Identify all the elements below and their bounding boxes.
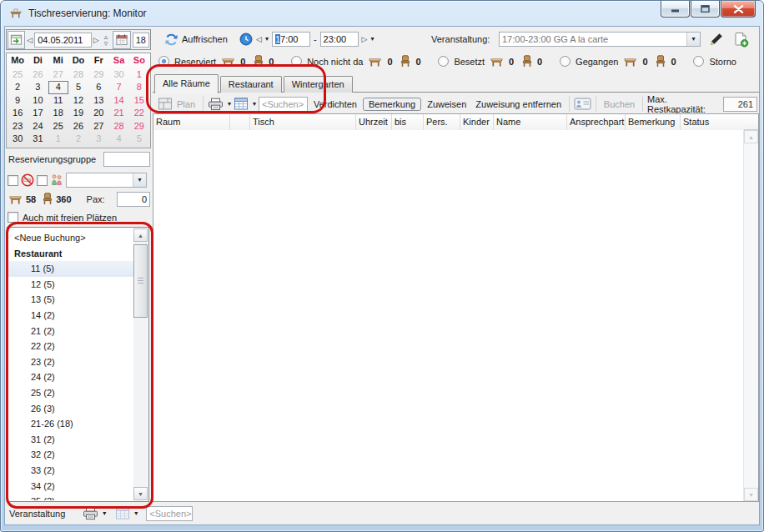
room-list-item-11-5[interactable]: 11 (5) [8,261,133,277]
room-list-item-restaurant[interactable]: Restaurant [8,246,133,262]
bottom-search-input[interactable]: <Suchen> [146,506,193,521]
goto-date-button[interactable] [8,31,25,49]
zuweisen-button[interactable]: Zuweisen [424,99,470,109]
scroll-up-button[interactable]: ▲ [133,228,148,242]
room-list-item-21-2[interactable]: 21 (2) [8,324,133,339]
room-list-item-12-5[interactable]: 12 (5) [8,277,133,293]
calendar-day[interactable]: 24 [28,120,48,133]
calendar-day[interactable]: 26 [68,120,88,133]
room-list-item-neue-buchung[interactable]: <Neue Buchung> [8,230,133,246]
pax-input[interactable]: 0 [117,192,150,207]
minimize-button[interactable] [661,1,690,18]
group-combobox[interactable]: ▾ [66,173,147,188]
print-button[interactable]: ▾ [208,98,231,111]
radio-besetzt[interactable] [438,56,449,67]
calendar-day[interactable]: 30 [8,133,28,146]
table-scrollbar[interactable]: ▲ ▼ [743,130,758,501]
scroll-down-button[interactable]: ▼ [133,487,148,500]
free-seats-checkbox[interactable] [8,212,18,223]
tab-alle-räume[interactable]: Alle Räume [154,74,219,93]
column-header-bemerkung[interactable]: Bemerkung [626,114,681,130]
calendar-day[interactable]: 30 [108,68,128,82]
calendar-day[interactable]: 29 [88,68,108,82]
room-list-item-13-5[interactable]: 13 (5) [8,292,133,308]
calendar-day[interactable]: 11 [48,94,68,108]
new-event-button[interactable] [733,29,749,49]
column-header-name[interactable]: Name [494,114,567,130]
room-list-item-24-2[interactable]: 24 (2) [8,369,133,385]
calendar-day[interactable]: 29 [129,120,149,133]
room-list-item-35-2[interactable]: 35 (2) [8,494,133,500]
zuweisung-entfernen-button[interactable]: Zuweisung entfernen [472,99,565,109]
room-list-item-14-2[interactable]: 14 (2) [8,308,133,324]
calendar-day[interactable]: 7 [108,81,128,94]
search-input[interactable]: <Suchen> [259,97,308,112]
column-header-uhrzeit[interactable]: Uhrzeit [356,114,392,130]
room-list-item-22-2[interactable]: 22 (2) [8,339,133,354]
calendar-day[interactable]: 18 [48,107,68,120]
calendar-day[interactable]: 5 [129,133,149,146]
radio-reserviert[interactable] [158,56,169,67]
calendar-day[interactable]: 28 [108,120,128,133]
room-list-item-34-2[interactable]: 34 (2) [8,479,133,494]
calendar-day[interactable]: 2 [68,133,88,146]
column-header-kinder[interactable]: Kinder [460,114,494,130]
date-input[interactable]: 04.05.2011 [34,33,92,48]
table-body[interactable] [153,130,744,501]
time-next-arrow[interactable]: ▷ [362,35,368,43]
date-spinner[interactable]: ▵ ▿ [101,33,112,47]
print-event-button[interactable] [83,507,98,520]
calendar-day[interactable]: 2 [8,81,28,94]
no-smoking-checkbox[interactable] [8,175,18,186]
time-to-input[interactable]: 23:00 [320,32,359,47]
calendar-day[interactable]: 3 [88,133,108,146]
column-header-tisch[interactable]: Tisch [250,114,356,130]
contact-button[interactable] [574,98,591,110]
calendar-day[interactable]: 23 [8,120,28,133]
close-button[interactable] [721,1,756,18]
room-list-scrollbar[interactable]: ▲ ▼ [133,228,148,500]
verdichten-button[interactable]: Verdichten [310,99,360,109]
children-checkbox[interactable] [37,175,48,186]
calendar-day[interactable]: 1 [129,68,149,82]
calendar-day[interactable]: 21 [108,107,128,120]
calendar-day[interactable]: 20 [88,107,108,120]
date-next-arrow[interactable]: ▷ [93,36,99,44]
time-from-input[interactable]: 17:00 [272,32,310,47]
calendar-day[interactable]: 25 [48,120,68,133]
calendar-day[interactable]: 19 [68,107,88,120]
print-dropdown[interactable]: ▾ [228,101,231,108]
print-event-dropdown[interactable]: ▾ [103,510,106,517]
calendar-day[interactable]: 13 [88,94,108,108]
calendar-day[interactable]: 12 [68,94,88,108]
column-header-blank[interactable] [230,114,250,130]
column-header-raum[interactable]: Raum [153,114,230,130]
group-combobox-button[interactable]: ▾ [133,173,146,187]
calendar-day[interactable]: 3 [28,81,48,94]
calendar-day[interactable]: 27 [88,120,108,133]
calendar-day[interactable]: 1 [48,133,68,146]
tab-restaurant[interactable]: Restaurant [220,76,282,93]
calendar-day[interactable]: 25 [8,68,28,82]
calendar-day[interactable]: 5 [68,81,88,94]
grid-view-button-disabled[interactable] [115,507,130,519]
calendar-day[interactable]: 9 [8,94,28,108]
scroll-thumb[interactable] [133,244,148,318]
date-prev-arrow[interactable]: ◁ [27,36,33,44]
time-prev-dropdown[interactable]: ▾ [265,36,269,43]
room-list-item-33-2[interactable]: 33 (2) [8,463,133,479]
calendar-day[interactable]: 17 [28,107,48,120]
column-header-bis[interactable]: bis [392,114,424,130]
room-list-item-31-2[interactable]: 31 (2) [8,432,133,448]
calendar-day[interactable]: 31 [28,133,48,146]
calendar-day[interactable]: 4 [108,133,128,146]
room-list-item-26-3[interactable]: 26 (3) [8,401,133,417]
radio-gegangen[interactable] [560,56,570,67]
column-header-pers[interactable]: Pers. [424,114,460,130]
grid-view-dropdown[interactable]: ▾ [253,101,256,108]
column-header-ansprechpart[interactable]: Ansprechpart [567,114,626,130]
calendar-day[interactable]: 6 [88,81,108,94]
calendar-button[interactable] [113,31,130,49]
calendar-day[interactable]: 15 [129,94,149,108]
calendar-day[interactable]: 16 [8,107,28,120]
